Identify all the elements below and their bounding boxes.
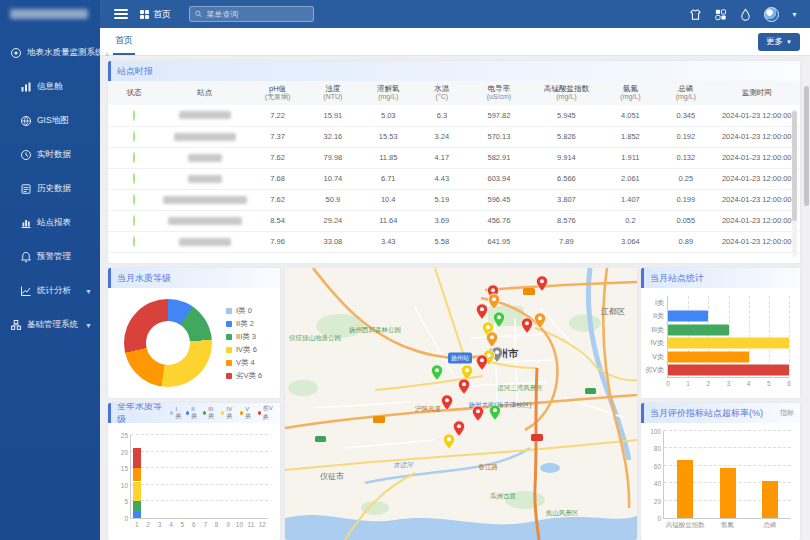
col-header: 总磷(mg/L) xyxy=(658,81,713,105)
sidebar-item-label: 预警管理 xyxy=(37,251,71,263)
cell-value: 1.407 xyxy=(603,189,658,210)
station-pin-red[interactable] xyxy=(476,303,489,320)
menu-search[interactable] xyxy=(189,6,314,22)
user-menu-chevron-down-icon[interactable]: ▼ xyxy=(791,11,798,18)
cell-value: 2024-01-23 12:00:00 xyxy=(713,210,800,231)
legend-item[interactable]: I类 0 xyxy=(226,304,262,317)
station-pin-red[interactable] xyxy=(476,354,489,371)
monthly-station-stats-card: 当月站点统计 0123456I类II类III类IV类V类劣V类 xyxy=(641,268,800,398)
cell-value: 0.2 xyxy=(603,210,658,231)
sidebar-item-warning-manage[interactable]: 预警管理 xyxy=(0,240,100,274)
sidebar-item-history-data[interactable]: 历史数据 xyxy=(0,172,100,206)
cell-value: 5.03 xyxy=(361,105,416,126)
sidebar-item-realtime-data[interactable]: 实时数据 xyxy=(0,138,100,172)
theme-skin-icon[interactable] xyxy=(689,8,702,21)
tab-home[interactable]: 首页 xyxy=(113,28,135,55)
annual-grade-chart: 0510152025123456789101112 xyxy=(130,435,268,519)
status-dot-normal xyxy=(133,236,135,247)
legend-item[interactable]: I类 xyxy=(170,404,182,422)
water-drop-icon[interactable] xyxy=(739,8,752,21)
sidebar-item-stats-analysis[interactable]: 统计分析▼ xyxy=(0,274,100,308)
station-pin-orange[interactable] xyxy=(488,293,501,310)
exceed-rate-chart: 020406080100高锰酸盐指数氨氮总磷 xyxy=(663,431,791,519)
warning-manage-icon xyxy=(20,251,32,263)
station-pin-red[interactable] xyxy=(472,405,485,422)
menu-toggle-icon[interactable] xyxy=(114,9,128,19)
exceed-rate-title: 当月评价指标站点超标率(%) 指标 xyxy=(641,403,800,423)
station-map[interactable]: 扬州市江都区仪征市扬州站扬州西郊森林公园仪征捺山地质公园运河三湾风景区扬州大学(… xyxy=(285,268,637,540)
station-pin-green[interactable] xyxy=(489,404,502,421)
cell-value: 1.852 xyxy=(603,126,658,147)
sidebar-item-gis-map[interactable]: GIS地图 xyxy=(0,104,100,138)
more-button[interactable]: 更多▼ xyxy=(758,33,800,51)
cell-value: 4.051 xyxy=(603,105,658,126)
cell-value: 7.62 xyxy=(250,147,305,168)
cell-value: 8.54 xyxy=(250,210,305,231)
search-input[interactable] xyxy=(206,10,308,19)
breadcrumb[interactable]: 首页 xyxy=(140,8,171,21)
legend-item[interactable]: III类 3 xyxy=(226,330,262,343)
cell-value: 0.89 xyxy=(658,231,713,252)
station-pin-orange[interactable] xyxy=(534,312,547,329)
cell-value: 0.132 xyxy=(658,147,713,168)
station-stats-chart: 0123456I类II类III类IV类V类劣V类 xyxy=(667,296,789,378)
cell-value: 4.17 xyxy=(416,147,468,168)
station-pin-red[interactable] xyxy=(536,275,549,292)
stacked-bar-segment xyxy=(133,468,141,481)
page-scrollbar[interactable] xyxy=(803,56,810,540)
legend-item[interactable]: II类 xyxy=(186,404,199,422)
cell-value: 641.95 xyxy=(468,231,530,252)
legend-item[interactable]: V类 xyxy=(240,404,253,422)
map-card: 扬州市江都区仪征市扬州站扬州西郊森林公园仪征捺山地质公园运河三湾风景区扬州大学(… xyxy=(285,268,637,540)
status-dot-normal xyxy=(133,131,135,142)
cell-value: 50.9 xyxy=(305,189,360,210)
cell-value: 7.22 xyxy=(250,105,305,126)
cell-value: 7.62 xyxy=(250,189,305,210)
station-pin-red[interactable] xyxy=(521,317,534,334)
status-dot-normal xyxy=(133,194,135,205)
legend-item[interactable]: IV类 6 xyxy=(226,343,262,356)
cell-value: 10.74 xyxy=(305,168,360,189)
monthly-station-stats-title: 当月站点统计 xyxy=(641,268,800,288)
col-header: 溶解氧(mg/L) xyxy=(361,81,416,105)
col-header: 监测时间 xyxy=(713,81,800,105)
cell-value: 11.64 xyxy=(361,210,416,231)
layout-icon[interactable] xyxy=(714,8,727,21)
status-dot-normal xyxy=(133,152,135,163)
station-pin-red[interactable] xyxy=(458,378,471,395)
table-scrollbar[interactable] xyxy=(792,109,797,257)
exceed-rate-bar xyxy=(720,468,736,518)
cell-value: 3.807 xyxy=(530,189,603,210)
status-dot-normal xyxy=(133,215,135,226)
legend-item[interactable]: V类 4 xyxy=(226,356,262,369)
cell-value: 2024-01-23 12:00:00 xyxy=(713,168,800,189)
annual-grade-legend: I类II类III类IV类V类劣V类 xyxy=(170,404,276,422)
sidebar-item-info-hub[interactable]: 信息舱 xyxy=(0,70,100,104)
cell-value: 2024-01-23 12:00:00 xyxy=(713,147,800,168)
station-pin-yellow[interactable] xyxy=(443,433,456,450)
station-pin-green[interactable] xyxy=(431,364,444,381)
legend-item[interactable]: 劣V类 6 xyxy=(226,369,262,382)
status-dot-normal xyxy=(133,110,135,121)
station-name-redacted xyxy=(168,217,242,225)
sidebar-item-base-system[interactable]: 基础管理系统▼ xyxy=(0,308,100,342)
legend-item[interactable]: III类 xyxy=(203,404,217,422)
exceed-rate-bar xyxy=(677,460,693,518)
legend-item[interactable]: 劣V类 xyxy=(258,404,277,422)
cell-value: 3.24 xyxy=(416,126,468,147)
water-grade-donut-chart xyxy=(124,299,212,387)
cell-value: 597.82 xyxy=(468,105,530,126)
donut-legend: I类 0II类 2III类 3IV类 6V类 4劣V类 6 xyxy=(226,304,262,382)
legend-item[interactable]: II类 2 xyxy=(226,317,262,330)
station-name-redacted xyxy=(174,133,236,141)
user-avatar[interactable] xyxy=(764,7,779,22)
search-icon xyxy=(195,10,202,18)
cell-value: 15.53 xyxy=(361,126,416,147)
cell-value: 32.16 xyxy=(305,126,360,147)
cell-value: 6.566 xyxy=(530,168,603,189)
indicator-corner-label[interactable]: 指标 xyxy=(780,408,794,418)
sidebar-item-monitor-system[interactable]: 地表水质量监测系统▲ xyxy=(0,36,100,70)
legend-item[interactable]: IV类 xyxy=(221,404,236,422)
sidebar-item-station-report[interactable]: 站点报表 xyxy=(0,206,100,240)
station-pin-red[interactable] xyxy=(441,394,454,411)
